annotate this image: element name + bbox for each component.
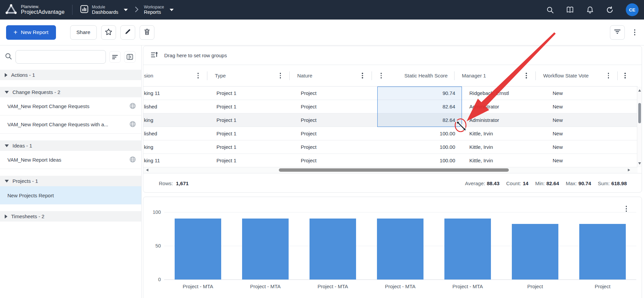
grid-row[interactable]: king 11Project 1Project90.74Ridgeback, E… <box>143 87 638 100</box>
chart-bar[interactable] <box>310 219 356 279</box>
column-menu-kebab-icon[interactable] <box>526 73 527 78</box>
grid-cell[interactable]: king 11 <box>143 154 209 167</box>
grid-cell[interactable]: Project <box>293 154 377 167</box>
scroll-up-arrow-icon[interactable] <box>638 89 641 92</box>
chart-bar[interactable] <box>444 219 491 279</box>
grid-cell[interactable]: New <box>545 87 629 100</box>
sidebar-group-header[interactable]: Change Requests - 2 <box>0 87 141 97</box>
grid-row[interactable]: kingProject 1Project100.00Kittle, IrvinN… <box>143 140 638 154</box>
grid-cell[interactable]: Project 1 <box>209 113 293 127</box>
column-menu-kebab-icon[interactable] <box>362 73 363 78</box>
grid-cell[interactable]: Administrator <box>462 100 545 113</box>
column-header[interactable]: Static Health Score <box>372 65 455 86</box>
documentation-book-icon[interactable] <box>566 6 574 14</box>
delete-button[interactable] <box>140 25 154 40</box>
column-header[interactable] <box>618 65 638 86</box>
horizontal-scrollbar[interactable] <box>143 167 638 173</box>
module-dashboards-menu[interactable]: Module Dashboards <box>80 5 128 15</box>
grid-cell[interactable]: New <box>545 140 629 154</box>
notifications-bell-icon[interactable] <box>586 6 594 14</box>
grid-cell[interactable]: Project 1 <box>209 154 293 167</box>
column-header[interactable]: Type <box>207 65 290 86</box>
column-menu-kebab-icon[interactable] <box>608 73 609 78</box>
grid-cell[interactable]: Kittle, Irvin <box>462 127 545 140</box>
search-icon[interactable] <box>546 6 554 14</box>
workspace-reports-menu[interactable]: Workspace Reports <box>144 5 174 15</box>
share-button[interactable]: Share <box>70 25 97 40</box>
sidebar-report-item[interactable]: VAM_New Report Change Requests <box>0 97 141 115</box>
refresh-icon[interactable] <box>606 6 614 14</box>
grid-row[interactable]: lishedProject 1Project100.00Kittle, Irvi… <box>143 127 638 140</box>
grid-cell[interactable]: Project <box>293 87 377 100</box>
scroll-down-arrow-icon[interactable] <box>638 162 641 165</box>
grid-cell[interactable]: king <box>143 140 209 154</box>
sidebar-search-input[interactable] <box>16 50 106 64</box>
grid-cell[interactable]: king 11 <box>143 87 209 100</box>
grid-cell[interactable]: Project 1 <box>209 100 293 113</box>
grid-cell[interactable]: Project <box>293 127 377 140</box>
grid-cell[interactable]: Project <box>293 140 377 154</box>
sidebar-group-header[interactable]: Ideas - 1 <box>0 140 141 151</box>
grid-cell[interactable]: Kittle, Irvin <box>462 154 545 167</box>
column-header[interactable]: Workflow State Vote <box>536 65 618 86</box>
grid-cell[interactable]: 82.64 <box>377 100 462 113</box>
favorite-star-button[interactable] <box>101 25 116 40</box>
column-menu-kebab-icon[interactable] <box>198 73 199 78</box>
grid-cell[interactable]: 90.74 <box>377 87 462 100</box>
grid-cell[interactable]: lished <box>143 100 209 113</box>
chart-bar[interactable] <box>512 224 558 279</box>
sidebar-report-item[interactable]: New Projects Report <box>0 186 141 204</box>
grid-cell[interactable]: New <box>545 154 629 167</box>
grid-cell[interactable]: Administrator <box>462 113 545 127</box>
grid-cell[interactable]: lished <box>143 127 209 140</box>
row-group-drop-zone[interactable]: Drag here to set row groups <box>143 46 642 65</box>
grid-cell[interactable]: 100.00 <box>377 127 462 140</box>
sidebar-report-item[interactable]: VAM_New Report Change Requests with a... <box>0 115 141 134</box>
filter-list-icon[interactable] <box>109 51 121 63</box>
edit-button[interactable] <box>120 25 135 40</box>
grid-cell[interactable]: 82.64 <box>377 113 462 127</box>
grid-cell[interactable]: Project <box>293 113 377 127</box>
grid-cell[interactable]: New <box>545 113 629 127</box>
column-menu-kebab-icon[interactable] <box>280 73 281 78</box>
grid-cell[interactable]: king <box>143 113 209 127</box>
chart-bar[interactable] <box>242 219 289 279</box>
scroll-right-arrow-icon[interactable] <box>628 169 630 171</box>
sidebar-group-header[interactable]: Projects - 1 <box>0 176 141 186</box>
grid-cell[interactable]: Project 1 <box>209 87 293 100</box>
sidebar-group-header[interactable]: Timesheets - 2 <box>0 211 141 222</box>
chart-bar[interactable] <box>377 219 423 279</box>
sidebar-group-header[interactable]: Actions - 1 <box>0 70 141 80</box>
more-options-kebab-icon[interactable] <box>632 27 638 37</box>
grid-cell[interactable]: Ridgeback, Ernstl <box>462 87 545 100</box>
grid-cell[interactable]: Project 1 <box>209 140 293 154</box>
scroll-left-arrow-icon[interactable] <box>146 169 148 171</box>
column-menu-kebab-icon[interactable] <box>624 73 626 78</box>
column-header[interactable]: Nature <box>290 65 372 86</box>
grid-cell[interactable]: Project 1 <box>209 127 293 140</box>
vertical-scroll-thumb[interactable] <box>638 103 641 123</box>
sidebar-report-item[interactable]: VAM_New Report Ideas <box>0 151 141 169</box>
chart-bar[interactable] <box>579 224 626 279</box>
column-menu-kebab-icon[interactable] <box>381 73 382 78</box>
grid-cell[interactable]: New <box>545 127 629 140</box>
column-header[interactable]: sion <box>143 65 207 86</box>
filter-button[interactable] <box>610 25 625 40</box>
app-logo[interactable]: Planview. ProjectAdvantage <box>0 4 72 15</box>
grid-row[interactable]: kingProject 1Project82.64AdministratorNe… <box>143 113 638 127</box>
grid-cell[interactable]: Project <box>293 100 377 113</box>
vertical-scrollbar[interactable] <box>637 87 642 167</box>
column-header[interactable]: Manager 1 <box>455 65 536 86</box>
collapse-panel-icon[interactable] <box>124 51 136 63</box>
grid-cell[interactable]: 100.00 <box>377 154 462 167</box>
user-avatar[interactable]: CE <box>626 3 639 16</box>
rows-count-label: Rows: <box>159 180 173 186</box>
horizontal-scroll-thumb[interactable] <box>279 168 509 172</box>
grid-cell[interactable]: 100.00 <box>377 140 462 154</box>
grid-row[interactable]: king 11Project 1Project100.00Kittle, Irv… <box>143 154 638 167</box>
chart-bar[interactable] <box>175 219 221 279</box>
grid-cell[interactable]: Kittle, Irvin <box>462 140 545 154</box>
grid-row[interactable]: lishedProject 1Project82.64Administrator… <box>143 100 638 113</box>
grid-cell[interactable]: New <box>545 100 629 113</box>
new-report-button[interactable]: + New Report <box>6 25 56 40</box>
